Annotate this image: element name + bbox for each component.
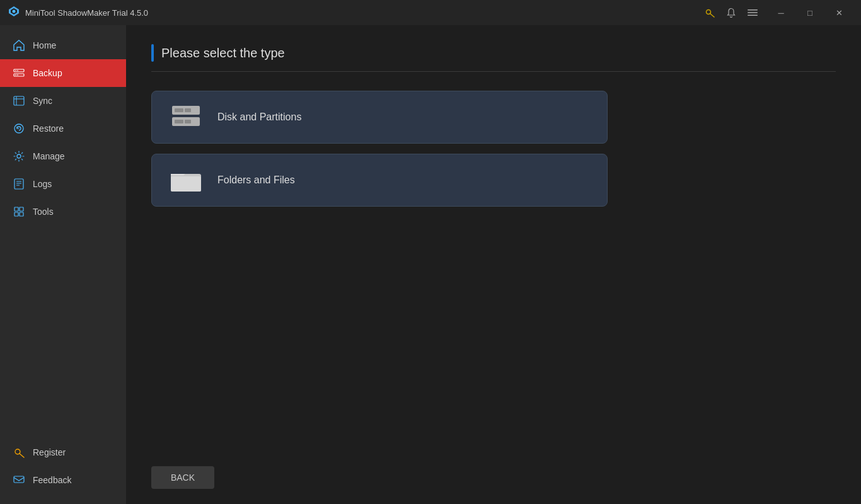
feedback-icon: [13, 474, 25, 486]
heading-accent-bar: [151, 44, 154, 62]
app-title: MiniTool ShadowMaker Trial 4.5.0: [25, 8, 148, 18]
app-logo-icon: [8, 5, 20, 21]
svg-rect-6: [748, 12, 758, 13]
sidebar-item-manage[interactable]: Manage: [0, 142, 126, 170]
back-button[interactable]: BACK: [151, 466, 214, 489]
register-label: Register: [33, 447, 66, 457]
disk-partitions-label: Disk and Partitions: [217, 112, 301, 123]
svg-rect-13: [17, 75, 18, 76]
type-cards: Disk and Partitions Folder: [151, 91, 836, 207]
register-icon: [13, 446, 25, 459]
key-icon[interactable]: [701, 4, 719, 21]
manage-label: Manage: [33, 151, 65, 161]
menu-icon[interactable]: [744, 4, 761, 21]
title-bar-controls: [701, 4, 761, 21]
notification-icon[interactable]: [722, 4, 740, 21]
back-button-container: BACK: [151, 466, 214, 489]
feedback-label: Feedback: [33, 475, 71, 485]
restore-icon: [13, 122, 25, 135]
content-area: Please select the type: [126, 25, 861, 504]
sidebar-item-sync[interactable]: Sync: [0, 87, 126, 115]
sync-icon: [13, 94, 25, 107]
sidebar-item-home[interactable]: Home: [0, 32, 126, 59]
svg-rect-24: [20, 207, 23, 211]
folders-files-card[interactable]: Folders and Files: [151, 154, 608, 207]
page-heading: Please select the type: [151, 44, 836, 72]
logs-label: Logs: [33, 179, 52, 189]
sidebar-item-restore[interactable]: Restore: [0, 115, 126, 142]
sidebar-item-feedback[interactable]: Feedback: [0, 466, 126, 494]
sidebar: Home Backup: [0, 25, 126, 504]
svg-rect-34: [175, 120, 183, 123]
backup-icon: [13, 67, 25, 79]
svg-rect-9: [15, 71, 16, 71]
sidebar-item-tools[interactable]: Tools: [0, 198, 126, 226]
svg-rect-10: [17, 71, 18, 71]
svg-rect-35: [185, 120, 191, 123]
folders-files-label: Folders and Files: [217, 175, 295, 186]
main-layout: Home Backup: [0, 25, 861, 504]
tools-icon: [13, 205, 25, 218]
close-button[interactable]: ✕: [824, 3, 853, 23]
svg-rect-29: [14, 476, 24, 483]
disk-partitions-icon: [170, 103, 202, 131]
title-bar: MiniTool ShadowMaker Trial 4.5.0 ─: [0, 0, 861, 25]
app-logo: MiniTool ShadowMaker Trial 4.5.0: [8, 5, 148, 21]
svg-line-4: [710, 14, 715, 18]
restore-label: Restore: [33, 123, 64, 134]
svg-rect-23: [14, 207, 18, 211]
svg-rect-14: [14, 96, 24, 105]
sidebar-item-logs[interactable]: Logs: [0, 170, 126, 198]
svg-rect-31: [175, 108, 183, 112]
home-label: Home: [33, 40, 56, 50]
disk-partitions-card[interactable]: Disk and Partitions: [151, 91, 608, 144]
svg-rect-37: [171, 176, 201, 192]
folders-files-icon: [170, 166, 202, 194]
svg-rect-25: [14, 212, 18, 216]
svg-point-18: [17, 154, 21, 158]
svg-rect-5: [748, 9, 758, 11]
sidebar-item-register[interactable]: Register: [0, 438, 126, 466]
svg-line-28: [20, 454, 24, 457]
sync-label: Sync: [33, 96, 52, 106]
page-title: Please select the type: [161, 46, 285, 60]
tools-label: Tools: [33, 207, 54, 217]
manage-icon: [13, 150, 25, 163]
sidebar-item-backup[interactable]: Backup: [0, 59, 126, 87]
svg-rect-7: [748, 15, 758, 16]
svg-point-2: [13, 9, 16, 13]
minimize-button[interactable]: ─: [766, 3, 795, 23]
home-icon: [13, 39, 25, 52]
logs-icon: [13, 178, 25, 190]
svg-rect-19: [14, 179, 23, 189]
restore-button[interactable]: □: [795, 3, 824, 23]
svg-rect-12: [15, 75, 16, 76]
svg-rect-26: [20, 212, 23, 216]
window-controls: ─ □ ✕: [766, 3, 853, 23]
backup-label: Backup: [33, 68, 62, 78]
sidebar-bottom: Register Feedback: [0, 438, 126, 504]
svg-rect-32: [185, 108, 191, 112]
